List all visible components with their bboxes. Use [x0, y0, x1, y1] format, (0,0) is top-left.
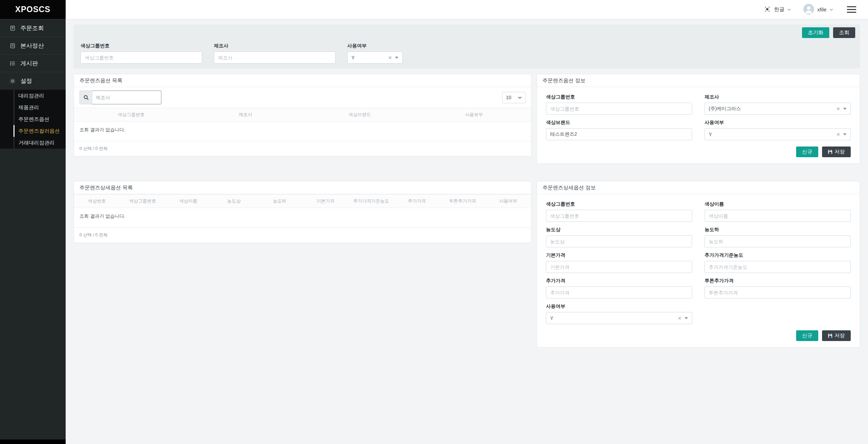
search-icon	[83, 95, 89, 100]
sidebar-subitem-agency-mgmt[interactable]: 대리점관리	[0, 90, 66, 102]
detail-field-density-low: 농도하	[705, 227, 851, 247]
app-logo[interactable]: XPOSCS	[0, 0, 66, 19]
sidebar-subitem-order-lens-option[interactable]: 주문렌즈옵션	[0, 113, 66, 125]
detail-field-density-high: 농도상	[546, 227, 692, 247]
sidebar-item-hq-settlement[interactable]: 본사정산	[0, 37, 66, 54]
dropdown-arrow-icon	[843, 133, 847, 135]
gear-icon	[10, 78, 16, 84]
language-label: 한글	[774, 6, 784, 13]
hamburger-menu-icon[interactable]	[846, 5, 858, 14]
language-selector[interactable]: 한글	[764, 6, 791, 14]
clear-icon[interactable]: ×	[836, 131, 840, 138]
search-button[interactable]: 조회	[833, 27, 855, 38]
new-button[interactable]: 신규	[796, 330, 818, 341]
order-lens-option-list-panel: 주문렌즈옵션 목록 10 색상그룹번호 제조사	[74, 74, 531, 157]
info-manufacturer-select[interactable]: (주)케미그라스 ×	[705, 103, 851, 115]
save-icon	[828, 150, 832, 154]
order-lens-detail-option-list-panel: 주문렌즈상세옵션 목록 색상번호 색상그룹번호 색상이름 농도상 농도하 기본가…	[74, 181, 531, 243]
settings-submenu: 대리점관리 제품관리 주문렌즈옵션 주문렌즈컬러옵션 거래대리점관리	[0, 89, 66, 149]
clear-icon[interactable]: ×	[388, 55, 392, 61]
detail-extra-price-input[interactable]	[546, 286, 692, 299]
save-button[interactable]: 저장	[822, 330, 851, 341]
nav-label: 게시판	[20, 59, 38, 67]
save-button[interactable]: 저장	[822, 147, 851, 157]
order-lens-option-info-panel: 주문렌즈옵션 정보 색상그룹번호 제조사 (주)케미그라스 ×	[537, 74, 860, 164]
detail-color-name-input[interactable]	[705, 210, 851, 222]
sidebar-item-board[interactable]: 게시판	[0, 54, 66, 72]
field-label: 사용여부	[347, 43, 403, 49]
column-header: 기본가격	[303, 198, 348, 204]
detail-field-extra-price-base-density: 추가가격기준농도	[705, 252, 851, 273]
clear-icon[interactable]: ×	[678, 315, 681, 321]
detail-field-color-group: 색상그룹번호	[546, 201, 692, 222]
hq-settlement-icon	[10, 43, 16, 49]
column-header: 추가가격기준농도	[348, 198, 394, 204]
detail-density-low-input[interactable]	[705, 235, 851, 247]
column-header: 색상그룹번호	[74, 112, 188, 118]
info-field-manufacturer: 제조사 (주)케미그라스 ×	[705, 94, 851, 115]
detail-list-header-row: 색상번호 색상그룹번호 색상이름 농도상 농도하 기본가격 추가가격기준농도 추…	[74, 194, 531, 208]
list-search-input[interactable]	[92, 91, 161, 104]
detail-field-color-name: 색상이름	[705, 201, 851, 222]
list-search-button[interactable]	[79, 91, 92, 104]
sidebar-subitem-product-mgmt[interactable]: 제품관리	[0, 102, 66, 113]
clear-icon[interactable]: ×	[836, 106, 840, 112]
order-inquiry-icon	[10, 25, 16, 31]
filter-field-use-yn: 사용여부 Y ×	[347, 43, 403, 64]
sidebar-item-order-inquiry[interactable]: 주문조회	[0, 19, 66, 37]
reset-button[interactable]: 초기화	[802, 27, 829, 38]
use-yn-select[interactable]: Y ×	[347, 51, 403, 64]
column-header: 제조사	[188, 112, 303, 118]
info-field-color-group: 색상그룹번호	[546, 94, 692, 115]
info-color-group-input[interactable]	[546, 103, 692, 115]
page-size-select[interactable]: 10	[502, 92, 526, 103]
username-label: xfile	[817, 7, 827, 12]
sidebar-nav: 주문조회 본사정산 게시판 설정 대리점관리 제품관리 주문렌즈옵션 주문렌즈컬…	[0, 19, 66, 149]
field-label: 색상그룹번호	[81, 43, 202, 49]
detail-color-group-input[interactable]	[546, 210, 692, 222]
new-button[interactable]: 신규	[796, 147, 818, 157]
column-header: 색상번호	[74, 198, 120, 204]
empty-message: 조회 결과가 없습니다.	[74, 208, 531, 228]
info-field-color-brand: 색상브랜드	[546, 120, 692, 140]
option-list-header-row: 색상그룹번호 제조사 색상브랜드 사용유무	[74, 108, 531, 122]
sidebar-item-settings[interactable]: 설정	[0, 72, 66, 89]
filter-field-color-group: 색상그룹번호	[81, 43, 202, 64]
filter-card: 초기화 조회 색상그룹번호 제조사 사용여부 Y ×	[74, 25, 860, 68]
detail-base-price-input[interactable]	[546, 261, 692, 273]
column-header: 색상그룹번호	[120, 198, 165, 204]
dropdown-arrow-icon	[685, 317, 688, 319]
empty-message: 조회 결과가 없습니다.	[74, 122, 531, 141]
nav-label: 주문조회	[20, 24, 44, 32]
selection-summary: 0 선택 / 0 전체	[74, 141, 531, 156]
topbar: 한글 xfile	[66, 0, 868, 19]
column-header: 추가가격	[394, 198, 440, 204]
column-header: 색상브랜드	[303, 112, 417, 118]
save-icon	[828, 333, 832, 338]
panels-row-1: 주문렌즈옵션 목록 10 색상그룹번호 제조사	[74, 74, 860, 164]
sidebar-subitem-order-lens-color-option[interactable]: 주문렌즈컬러옵션	[0, 125, 66, 137]
sidebar-bottom-strip	[0, 440, 66, 444]
info-use-yn-select[interactable]: Y ×	[705, 128, 851, 140]
manufacturer-input[interactable]	[214, 51, 336, 64]
column-header: 색상이름	[166, 198, 211, 204]
panel-title: 주문렌즈상세옵션 목록	[74, 181, 531, 194]
detail-use-yn-select[interactable]: Y ×	[546, 312, 692, 324]
nav-label: 본사정산	[20, 42, 44, 50]
order-lens-detail-option-info-panel: 주문렌즈상세옵션 정보 색상그룹번호 색상이름 농도상	[537, 181, 860, 348]
detail-twotone-extra-price-input[interactable]	[705, 286, 851, 299]
detail-density-high-input[interactable]	[546, 235, 692, 247]
avatar	[803, 4, 814, 16]
detail-field-extra-price: 추가가격	[546, 278, 692, 299]
user-menu[interactable]: xfile	[803, 4, 833, 16]
color-group-input[interactable]	[81, 51, 202, 64]
main-area: 한글 xfile 초기화 조회 색상그룹번호 제	[66, 0, 868, 444]
sidebar-subitem-trading-agency-mgmt[interactable]: 거래대리점관리	[0, 137, 66, 149]
info-color-brand-input[interactable]	[546, 128, 692, 140]
page-content: 초기화 조회 색상그룹번호 제조사 사용여부 Y ×	[66, 19, 868, 444]
dropdown-arrow-icon	[843, 108, 847, 110]
detail-extra-price-base-density-input[interactable]	[705, 261, 851, 273]
selection-summary: 0 선택 / 0 전체	[74, 228, 531, 243]
chevron-down-icon	[830, 9, 833, 11]
detail-field-base-price: 기본가격	[546, 252, 692, 273]
